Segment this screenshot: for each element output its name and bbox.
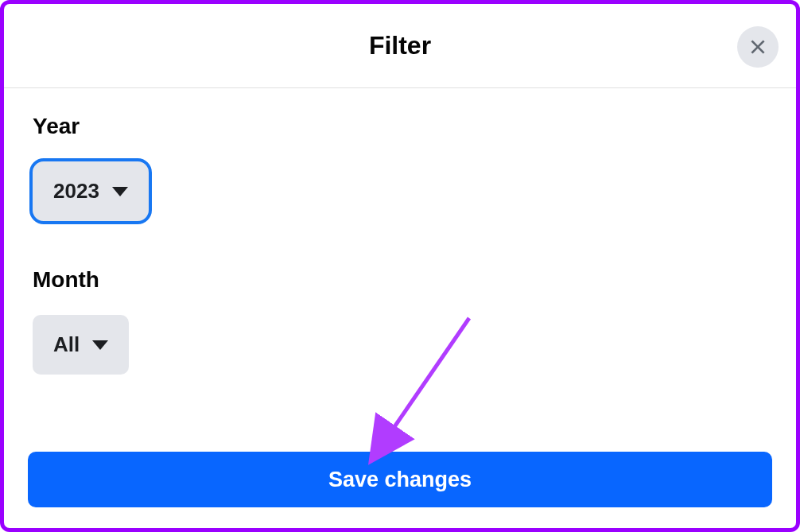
close-button[interactable]	[737, 26, 779, 68]
month-dropdown-value: All	[53, 332, 80, 357]
year-dropdown-value: 2023	[53, 179, 99, 204]
dialog-title: Filter	[369, 31, 431, 60]
year-dropdown[interactable]: 2023	[33, 161, 149, 221]
chevron-down-icon	[112, 187, 128, 196]
month-field-group: Month All	[33, 267, 767, 375]
close-icon	[748, 37, 768, 57]
dialog-header: Filter	[4, 4, 796, 88]
year-label: Year	[33, 114, 767, 139]
chevron-down-icon	[92, 340, 108, 350]
dialog-content: Year 2023 Month All	[4, 88, 796, 375]
month-dropdown[interactable]: All	[33, 315, 129, 375]
year-field-group: Year 2023	[33, 114, 767, 221]
save-changes-button[interactable]: Save changes	[28, 452, 772, 507]
month-label: Month	[33, 267, 767, 293]
